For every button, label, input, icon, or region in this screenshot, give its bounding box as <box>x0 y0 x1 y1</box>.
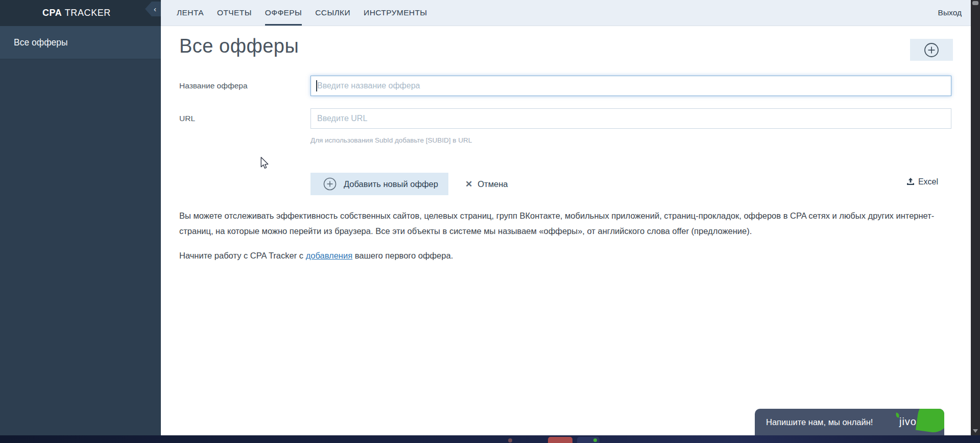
jivo-corner-leaf-icon <box>916 409 944 434</box>
taskbar-app-dark[interactable] <box>577 437 600 443</box>
plus-circle-icon <box>924 42 939 58</box>
sidebar: CPA TRACKER ‹ Все офферы <box>0 0 161 435</box>
description-paragraph: Вы можете отслеживать эффективность собс… <box>179 208 948 239</box>
browser-scrollbar[interactable] <box>971 0 980 443</box>
chat-message: Напишите нам, мы онлайн! <box>755 417 873 427</box>
sidebar-menu: Все офферы <box>0 26 161 59</box>
tab-lenta[interactable]: ЛЕНТА <box>177 0 204 26</box>
tab-instrumenty[interactable]: ИНСТРУМЕНТЫ <box>364 0 427 26</box>
close-icon: ✕ <box>465 179 472 190</box>
add-first-offer-link[interactable]: добавления <box>306 251 353 260</box>
description-block: Вы можете отслеживать эффективность собс… <box>179 208 948 263</box>
tab-otchety[interactable]: ОТЧЕТЫ <box>217 0 252 26</box>
scrollbar-thumb[interactable] <box>972 1 978 5</box>
sidebar-item-label: Все офферы <box>14 37 68 48</box>
cancel-button[interactable]: ✕ Отмена <box>465 179 508 190</box>
brand-logo-rest: TRACKER <box>62 8 111 18</box>
taskbar-green-dot-icon <box>593 438 597 442</box>
logout-link[interactable]: Выход <box>938 0 962 26</box>
scrollbar-down-arrow-icon[interactable] <box>973 429 978 433</box>
taskbar-sliver <box>0 435 980 443</box>
tab-ssylki[interactable]: ССЫЛКИ <box>315 0 350 26</box>
offer-name-label: Название оффера <box>179 81 310 90</box>
offer-name-input-wrap <box>310 76 951 96</box>
add-offer-top-button[interactable] <box>910 39 953 61</box>
offer-url-label: URL <box>179 114 310 123</box>
subid-hint: Для использования SubId добавьте [SUBID]… <box>310 136 472 144</box>
offer-url-input[interactable] <box>310 108 951 129</box>
get-started-text: Начните работу с CPA Tracker с <box>179 251 306 260</box>
plus-circle-icon <box>323 177 337 191</box>
sidebar-header: CPA TRACKER ‹ <box>0 0 161 26</box>
excel-button-label: Excel <box>918 177 938 186</box>
sidebar-collapse-button[interactable]: ‹ <box>145 2 161 16</box>
taskbar-tiny-icon <box>508 438 512 442</box>
get-started-paragraph: Начните работу с CPA Tracker с добавлени… <box>179 248 948 263</box>
get-started-text-tail: вашего первого оффера. <box>352 251 453 260</box>
add-offer-button-label: Добавить новый оффер <box>344 179 438 189</box>
add-offer-button[interactable]: Добавить новый оффер <box>310 173 448 195</box>
app-window: CPA TRACKER ‹ Все офферы ЛЕНТА ОТЧЕТЫ ОФ… <box>0 0 980 443</box>
brand-logo: CPA TRACKER <box>42 8 111 18</box>
offer-url-row: URL <box>179 108 951 129</box>
offer-name-row: Название оффера <box>179 76 951 96</box>
tab-offery[interactable]: ОФФЕРЫ <box>265 0 302 26</box>
cancel-button-label: Отмена <box>477 179 508 189</box>
nav-tabs: ЛЕНТА ОТЧЕТЫ ОФФЕРЫ ССЫЛКИ ИНСТРУМЕНТЫ <box>161 0 427 26</box>
top-navigation: ЛЕНТА ОТЧЕТЫ ОФФЕРЫ ССЫЛКИ ИНСТРУМЕНТЫ В… <box>161 0 971 26</box>
excel-export-button[interactable]: Excel <box>906 177 938 186</box>
sidebar-item-all-offers[interactable]: Все офферы <box>0 26 161 59</box>
taskbar-app-red[interactable] <box>548 437 572 443</box>
chevron-left-icon: ‹ <box>154 5 156 13</box>
page-title: Все офферы <box>179 35 299 57</box>
offer-url-input-wrap <box>310 108 951 129</box>
jivo-logo: jivo <box>899 416 917 428</box>
upload-icon <box>906 177 915 186</box>
jivo-chat-widget[interactable]: Напишите нам, мы онлайн! jivo <box>755 409 944 435</box>
brand-logo-bold: CPA <box>42 8 62 18</box>
main-content: Все офферы Название оффера URL Для испол… <box>161 26 971 435</box>
offer-name-input[interactable] <box>310 76 951 96</box>
text-caret <box>316 80 317 91</box>
form-actions: Добавить новый оффер ✕ Отмена <box>310 173 508 195</box>
